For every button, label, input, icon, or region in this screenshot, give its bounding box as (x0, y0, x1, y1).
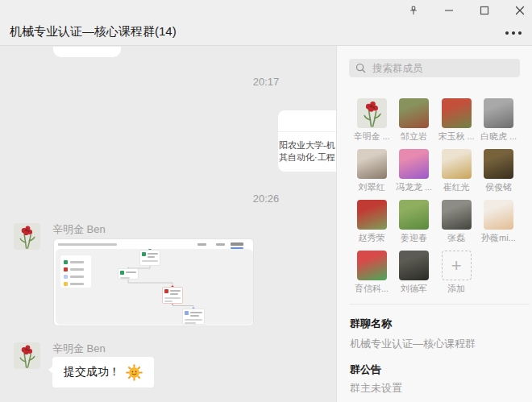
panel-divider (349, 304, 530, 305)
more-options-button[interactable] (501, 26, 526, 40)
member-avatar[interactable] (357, 200, 387, 230)
member-grid: 辛明金 ...邹立岩宋玉秋 ...白晓虎 ...刘翠红冯龙龙 ...崔红光侯俊铭… (351, 98, 522, 301)
add-member-button[interactable]: + 添加 (435, 251, 478, 301)
screenshot-tab (197, 243, 206, 246)
member-item[interactable]: 白晓虎 ... (478, 98, 521, 149)
member-avatar[interactable] (399, 251, 429, 280)
member-name: 姜迎春 (392, 232, 437, 244)
wechat-group-window: 20:17 阳农业大学-机 其自动化·工程 20:26 辛明金 Ben (0, 0, 532, 402)
window-title: 机械专业认证—核心课程群(14) (10, 24, 177, 39)
member-avatar[interactable] (357, 251, 387, 280)
close-icon (515, 6, 525, 15)
bubble-tail (48, 366, 53, 374)
group-name-value[interactable]: 机械专业认证—核心课程群 (350, 337, 476, 351)
member-name: 崔红光 (434, 181, 479, 193)
avatar[interactable] (14, 342, 40, 369)
minimize-button[interactable] (437, 0, 461, 21)
announcement-label: 群公告 (350, 363, 381, 377)
member-name: 孙薇mi... (476, 232, 522, 244)
member-avatar[interactable] (357, 98, 387, 128)
member-avatar[interactable] (442, 200, 472, 230)
member-item[interactable]: 侯俊铭 (478, 149, 521, 200)
flower-avatar (357, 98, 387, 128)
flow-node-blue (182, 309, 205, 325)
text-message-bubble[interactable]: 提交成功！ (52, 357, 154, 387)
plus-icon[interactable]: + (442, 251, 472, 280)
member-item[interactable]: 崔红光 (435, 149, 478, 200)
member-name: 育信科... (349, 283, 394, 295)
member-item[interactable]: 宋玉秋 ... (435, 98, 478, 149)
member-name: 赵秀荣 (349, 232, 394, 244)
flower-avatar (14, 223, 40, 250)
message-text: 提交成功！ (64, 365, 120, 379)
member-item[interactable]: 刘翠红 (351, 149, 393, 200)
member-avatar[interactable] (442, 149, 472, 179)
member-item[interactable]: 冯龙龙 ... (393, 149, 436, 200)
member-name: 侯俊铭 (476, 181, 522, 193)
member-item[interactable]: 孙薇mi... (478, 200, 521, 251)
card-text-line2: 其自动化·工程 (279, 151, 343, 164)
member-avatar[interactable] (399, 149, 429, 179)
flow-node-red (162, 287, 183, 304)
sender-name: 辛明金 Ben (52, 222, 106, 237)
avatar[interactable] (14, 223, 40, 250)
member-name: 宋玉秋 ... (434, 131, 479, 143)
card-text-line1: 阳农业大学-机 (279, 139, 343, 151)
flow-node-green-2 (118, 268, 139, 280)
close-button[interactable] (508, 0, 532, 21)
screenshot-top-bar (54, 239, 253, 249)
sender-name: 辛明金 Ben (52, 342, 106, 356)
search-icon (355, 63, 366, 73)
member-avatar[interactable] (357, 149, 387, 179)
member-avatar[interactable] (484, 200, 513, 230)
member-avatar[interactable] (484, 98, 513, 128)
pin-button[interactable] (401, 0, 426, 21)
member-name: 冯龙龙 ... (392, 181, 437, 193)
member-name: 白晓虎 ... (476, 131, 522, 143)
announcement-value[interactable]: 群主未设置 (350, 381, 402, 396)
member-name: 邹立岩 (392, 131, 437, 143)
member-search-box[interactable] (349, 59, 520, 77)
member-item[interactable]: 邹立岩 (393, 98, 436, 149)
group-info-panel: 辛明金 ...邹立岩宋玉秋 ...白晓虎 ...刘翠红冯龙龙 ...崔红光侯俊铭… (336, 46, 532, 402)
member-avatar[interactable] (399, 98, 429, 128)
add-member-label: 添加 (434, 283, 479, 295)
search-input[interactable] (371, 62, 513, 75)
member-name: 刘翠红 (349, 181, 394, 193)
member-name: 刘德军 (392, 283, 437, 295)
member-name: 辛明金 ... (349, 131, 394, 143)
maximize-icon (480, 6, 489, 15)
flow-node-green-1 (139, 250, 160, 266)
member-item[interactable]: 赵秀荣 (351, 200, 393, 251)
flower-avatar (14, 342, 40, 369)
member-item[interactable]: 张磊 (435, 200, 478, 251)
screenshot-tab (216, 243, 225, 246)
flowchart-canvas (56, 249, 253, 325)
previous-message-bubble-clipped (53, 47, 121, 57)
screenshot-title-text (58, 243, 117, 246)
group-name-label: 群聊名称 (350, 317, 392, 331)
title-bar: 机械专业认证—核心课程群(14) (0, 0, 532, 46)
maximize-button[interactable] (472, 0, 497, 21)
sun-emoji (126, 364, 143, 381)
member-item[interactable]: 刘德军 (393, 251, 436, 301)
member-avatar[interactable] (442, 98, 472, 128)
member-avatar[interactable] (399, 200, 429, 230)
member-item[interactable]: 辛明金 ... (351, 98, 393, 149)
member-item[interactable]: 姜迎春 (393, 200, 436, 251)
flow-legend (60, 255, 91, 288)
pin-icon (408, 5, 419, 16)
member-name: 张磊 (434, 232, 479, 244)
image-message-flowchart-screenshot[interactable] (53, 238, 254, 326)
screenshot-tab-active (231, 242, 243, 246)
member-avatar[interactable] (484, 149, 513, 179)
minimize-icon (444, 6, 454, 15)
member-item[interactable]: 育信科... (351, 251, 393, 301)
